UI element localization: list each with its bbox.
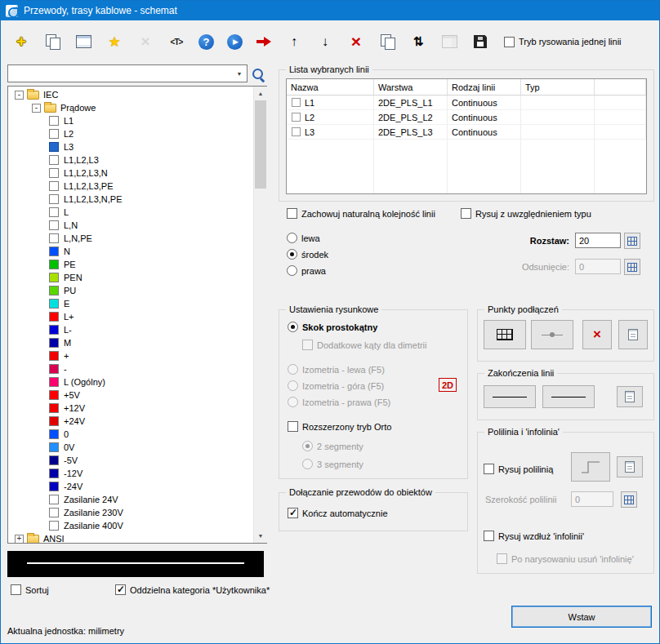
specification-icon[interactable] (440, 33, 458, 51)
wire-color-checkbox[interactable] (49, 442, 59, 452)
tree-item[interactable]: N (8, 245, 252, 258)
tree-folder[interactable]: -IEC (8, 88, 252, 101)
tree-item[interactable]: L (Ogólny) (8, 375, 252, 389)
tree-item[interactable]: L1,L2,L3,PE (8, 180, 252, 193)
tree-item[interactable]: L1,L2,L3,N,PE (8, 193, 252, 206)
extended-ortho-checkbox[interactable]: Rozszerzony tryb Orto (288, 421, 391, 432)
align-center-radio-input[interactable] (287, 249, 297, 260)
keep-order-checkbox[interactable]: Zachowuj naturalną kolejność linii (287, 208, 435, 219)
add-icon[interactable] (12, 33, 30, 51)
mode-2d-button[interactable]: 2D (439, 378, 457, 392)
sort-checkbox[interactable]: Sortuj (11, 584, 49, 595)
collapse-icon[interactable]: - (15, 91, 24, 100)
tree-item[interactable]: -5V (8, 454, 252, 467)
insert-icon[interactable] (256, 33, 272, 51)
wire-color-checkbox[interactable] (49, 469, 59, 478)
tree-item[interactable]: -24V (8, 480, 252, 493)
table-row[interactable]: L32DE_PLS_L3Continuous (287, 125, 646, 140)
tree-item[interactable]: L1,L2,L3,N (8, 167, 252, 180)
align-left-radio[interactable]: lewa (287, 233, 320, 243)
wire-color-checkbox[interactable] (49, 390, 59, 400)
with-type-checkbox[interactable]: Rysuj z uwzględnieniem typu (461, 208, 591, 219)
tree-folder[interactable]: -Prądowe (8, 101, 252, 114)
extended-ortho-checkbox-input[interactable] (288, 421, 298, 432)
wire-color-checkbox[interactable] (49, 364, 59, 374)
tree-item[interactable]: Zasilanie 400V (8, 519, 252, 532)
wire-color-checkbox[interactable] (49, 312, 59, 322)
wire-color-checkbox[interactable] (49, 351, 59, 361)
wire-color-checkbox[interactable] (49, 155, 59, 165)
segments2-radio[interactable]: 2 segmenty (302, 441, 363, 451)
wire-color-checkbox[interactable] (49, 429, 59, 439)
save-icon[interactable] (471, 33, 489, 51)
user-category-checkbox[interactable]: Oddzielna kategoria *Użytkownika* (115, 584, 270, 595)
single-line-mode-checkbox-input[interactable] (504, 37, 515, 47)
move-up-icon[interactable] (285, 33, 303, 51)
points-properties-button[interactable] (618, 320, 648, 349)
point-on-line-button[interactable] (531, 320, 573, 349)
iso-right-radio[interactable]: Izometria - prawa (F5) (288, 397, 390, 407)
details-icon[interactable] (74, 33, 92, 51)
tree-item[interactable]: PU (8, 284, 252, 297)
draw-polyline-checkbox-input[interactable] (484, 464, 494, 474)
keep-order-checkbox-input[interactable] (287, 208, 297, 219)
insert-button[interactable]: Wstaw (511, 606, 652, 628)
tree-item[interactable]: -12V (8, 467, 252, 480)
tree-item[interactable]: M (8, 336, 252, 349)
scroll-up-icon[interactable]: ▲ (254, 87, 267, 100)
polyline-properties-button[interactable] (617, 456, 643, 477)
endings-properties-button[interactable] (617, 386, 643, 407)
titlebar[interactable]: Przewody, trasy kablowe - schemat (1, 1, 659, 20)
wire-color-checkbox[interactable] (49, 403, 59, 413)
row-checkbox[interactable] (292, 113, 301, 122)
move-down-icon[interactable] (316, 33, 334, 51)
iso-top-radio-input[interactable] (288, 380, 298, 391)
sort-checkbox-input[interactable] (11, 584, 21, 595)
remove-favorite-icon[interactable] (136, 33, 154, 51)
wire-color-checkbox[interactable] (49, 482, 59, 491)
lines-table[interactable]: NazwaWarstwaRodzaj liniiTyp L12DE_PLS_L1… (286, 78, 647, 194)
polyline-style-button[interactable] (571, 452, 610, 482)
scroll-thumb[interactable] (255, 100, 266, 189)
rect-snap-radio[interactable]: Skok prostokątny (288, 322, 377, 332)
align-right-radio[interactable]: prawa (287, 265, 326, 276)
spacing-input[interactable] (575, 233, 621, 248)
tree-item[interactable]: L2 (8, 127, 252, 140)
user-category-checkbox-input[interactable] (115, 584, 126, 595)
tree-item[interactable]: PEN (8, 271, 252, 284)
column-header[interactable]: Warstwa (374, 79, 448, 95)
wire-color-checkbox[interactable] (49, 455, 59, 465)
align-center-radio[interactable]: środek (287, 249, 328, 260)
offset-pick-button[interactable] (624, 259, 640, 275)
tree-item[interactable]: L,N (8, 219, 252, 232)
wire-color-checkbox[interactable] (49, 286, 59, 295)
wire-color-checkbox[interactable] (49, 508, 59, 517)
auto-finish-checkbox[interactable]: Kończ automatycznie (288, 508, 388, 518)
iso-left-radio[interactable]: Izometria - lewa (F5) (288, 364, 385, 375)
tree-item[interactable]: +5V (8, 389, 252, 402)
tree-item[interactable]: L,N,PE (8, 232, 252, 245)
tree-item[interactable]: L1,L2,L3 (8, 153, 252, 167)
copy-icon[interactable] (43, 33, 61, 51)
single-line-mode-checkbox[interactable]: Tryb rysowania jednej linii (504, 37, 622, 47)
tree-item[interactable]: E (8, 297, 252, 310)
wire-color-checkbox[interactable] (49, 233, 59, 243)
column-header[interactable]: Rodzaj linii (448, 79, 521, 95)
scroll-down-icon[interactable]: ▼ (254, 529, 267, 543)
wire-color-checkbox[interactable] (49, 129, 59, 139)
tree-item[interactable]: +24V (8, 415, 252, 428)
delete-icon[interactable] (347, 33, 365, 51)
along-infoline-checkbox-input[interactable] (484, 531, 494, 541)
table-row[interactable]: L22DE_PLS_L2Continuous (287, 110, 646, 125)
search-input[interactable] (8, 65, 247, 82)
wire-color-checkbox[interactable] (49, 194, 59, 204)
wire-color-checkbox[interactable] (49, 338, 59, 348)
text-icon[interactable] (167, 33, 185, 51)
tree-item[interactable]: 0V (8, 441, 252, 454)
row-checkbox[interactable] (292, 127, 301, 136)
wire-color-checkbox[interactable] (49, 207, 59, 217)
spacing-pick-button[interactable] (624, 233, 640, 249)
wire-color-checkbox[interactable] (49, 416, 59, 426)
auto-finish-checkbox-input[interactable] (288, 508, 298, 518)
ending-start-button[interactable] (484, 385, 536, 408)
